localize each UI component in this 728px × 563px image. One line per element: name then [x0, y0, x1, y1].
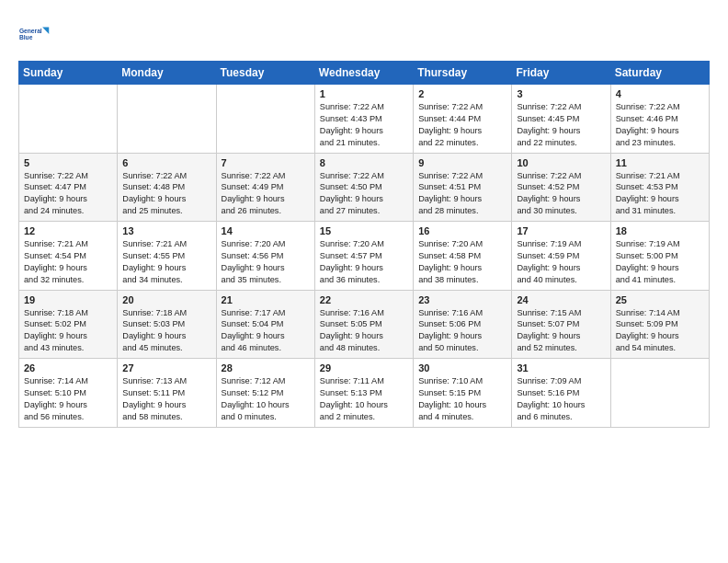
cell-text: Sunrise: 7:22 AM — [122, 170, 210, 182]
day-number: 12 — [24, 225, 112, 236]
calendar-cell: 1Sunrise: 7:22 AMSunset: 4:43 PMDaylight… — [314, 85, 413, 154]
cell-text: Sunrise: 7:22 AM — [517, 170, 605, 182]
cell-text: Daylight: 9 hours — [24, 262, 112, 274]
logo: GeneralBlue — [18, 17, 53, 52]
cell-text: Sunset: 4:43 PM — [320, 113, 408, 125]
cell-text: Sunrise: 7:20 AM — [418, 238, 506, 250]
cell-text: Daylight: 9 hours — [616, 125, 704, 137]
day-number: 19 — [24, 294, 112, 305]
cell-text: Sunset: 5:05 PM — [320, 318, 408, 330]
cell-text: Sunset: 4:44 PM — [418, 113, 506, 125]
cell-text: Sunset: 5:11 PM — [122, 387, 210, 399]
page: GeneralBlue SundayMondayTuesdayWednesday… — [0, 0, 728, 563]
cell-text: and 26 minutes. — [222, 205, 310, 217]
cell-text: and 27 minutes. — [320, 205, 408, 217]
cell-text: Sunset: 4:46 PM — [616, 113, 704, 125]
cell-text: Sunset: 5:15 PM — [418, 387, 506, 399]
cell-text: Daylight: 9 hours — [418, 330, 506, 342]
cell-text: Sunset: 5:04 PM — [222, 318, 310, 330]
cell-text: Sunrise: 7:09 AM — [517, 375, 605, 387]
svg-marker-2 — [42, 27, 49, 34]
svg-text:Blue: Blue — [19, 34, 33, 40]
cell-text: and 23 minutes. — [616, 137, 704, 149]
cell-text: Sunset: 4:58 PM — [418, 250, 506, 262]
cell-text: Daylight: 9 hours — [517, 330, 605, 342]
cell-text: and 30 minutes. — [517, 205, 605, 217]
cell-text: and 6 minutes. — [517, 411, 605, 423]
cell-text: Sunset: 5:02 PM — [24, 318, 112, 330]
calendar-cell: 10Sunrise: 7:22 AMSunset: 4:52 PMDayligh… — [512, 153, 610, 222]
cell-text: and 21 minutes. — [320, 137, 408, 149]
cell-text: Sunset: 5:16 PM — [517, 387, 605, 399]
cell-text: and 52 minutes. — [517, 342, 605, 354]
cell-text: Sunset: 5:06 PM — [418, 318, 506, 330]
cell-text: and 38 minutes. — [418, 274, 506, 286]
day-number: 4 — [616, 88, 704, 99]
day-number: 8 — [320, 157, 408, 168]
cell-text: and 31 minutes. — [616, 205, 704, 217]
calendar-cell: 16Sunrise: 7:20 AMSunset: 4:58 PMDayligh… — [414, 222, 512, 291]
cell-text: Daylight: 9 hours — [222, 193, 310, 205]
cell-text: Sunrise: 7:21 AM — [616, 170, 704, 182]
cell-text: Sunrise: 7:14 AM — [616, 307, 704, 319]
cell-text: Sunrise: 7:20 AM — [222, 238, 310, 250]
cell-text: Daylight: 9 hours — [320, 193, 408, 205]
calendar-cell: 21Sunrise: 7:17 AMSunset: 5:04 PMDayligh… — [216, 290, 314, 359]
cell-text: Sunrise: 7:16 AM — [320, 307, 408, 319]
day-number: 27 — [122, 362, 210, 373]
cell-text: Sunset: 5:10 PM — [24, 387, 112, 399]
cell-text: Sunrise: 7:22 AM — [222, 170, 310, 182]
cell-text: Daylight: 10 hours — [517, 399, 605, 411]
day-number: 14 — [222, 225, 310, 236]
day-number: 9 — [418, 157, 506, 168]
cell-text: Sunset: 4:57 PM — [320, 250, 408, 262]
calendar-cell: 23Sunrise: 7:16 AMSunset: 5:06 PMDayligh… — [414, 290, 512, 359]
cell-text: and 41 minutes. — [616, 274, 704, 286]
cell-text: and 25 minutes. — [122, 205, 210, 217]
calendar-cell: 6Sunrise: 7:22 AMSunset: 4:48 PMDaylight… — [118, 153, 216, 222]
calendar-cell: 4Sunrise: 7:22 AMSunset: 4:46 PMDaylight… — [610, 85, 709, 154]
day-number: 25 — [616, 294, 704, 305]
weekday-header-thursday: Thursday — [414, 62, 512, 85]
calendar-cell: 26Sunrise: 7:14 AMSunset: 5:10 PMDayligh… — [19, 359, 118, 428]
calendar-cell: 20Sunrise: 7:18 AMSunset: 5:03 PMDayligh… — [118, 290, 216, 359]
calendar-cell: 14Sunrise: 7:20 AMSunset: 4:56 PMDayligh… — [216, 222, 314, 291]
cell-text: Daylight: 9 hours — [24, 193, 112, 205]
cell-text: Sunset: 4:56 PM — [222, 250, 310, 262]
cell-text: and 2 minutes. — [320, 411, 408, 423]
calendar-cell: 5Sunrise: 7:22 AMSunset: 4:47 PMDaylight… — [19, 153, 118, 222]
cell-text: Daylight: 9 hours — [517, 125, 605, 137]
calendar-cell: 13Sunrise: 7:21 AMSunset: 4:55 PMDayligh… — [118, 222, 216, 291]
weekday-header-friday: Friday — [512, 62, 610, 85]
day-number: 16 — [418, 225, 506, 236]
cell-text: and 28 minutes. — [418, 205, 506, 217]
weekday-header-tuesday: Tuesday — [216, 62, 314, 85]
cell-text: Sunrise: 7:22 AM — [320, 101, 408, 113]
calendar-cell: 15Sunrise: 7:20 AMSunset: 4:57 PMDayligh… — [314, 222, 413, 291]
calendar-cell — [216, 85, 314, 154]
calendar-cell: 22Sunrise: 7:16 AMSunset: 5:05 PMDayligh… — [314, 290, 413, 359]
day-number: 7 — [222, 157, 310, 168]
calendar-cell: 12Sunrise: 7:21 AMSunset: 4:54 PMDayligh… — [19, 222, 118, 291]
calendar-cell: 27Sunrise: 7:13 AMSunset: 5:11 PMDayligh… — [118, 359, 216, 428]
calendar-cell — [118, 85, 216, 154]
cell-text: Daylight: 9 hours — [122, 399, 210, 411]
cell-text: Sunset: 5:12 PM — [222, 387, 310, 399]
cell-text: Sunrise: 7:11 AM — [320, 375, 408, 387]
week-row-3: 12Sunrise: 7:21 AMSunset: 4:54 PMDayligh… — [19, 222, 710, 291]
calendar-cell — [19, 85, 118, 154]
cell-text: Daylight: 9 hours — [616, 193, 704, 205]
cell-text: and 35 minutes. — [222, 274, 310, 286]
cell-text: Daylight: 9 hours — [517, 262, 605, 274]
day-number: 23 — [418, 294, 506, 305]
cell-text: Sunrise: 7:22 AM — [616, 101, 704, 113]
day-number: 10 — [517, 157, 605, 168]
cell-text: Sunrise: 7:19 AM — [616, 238, 704, 250]
cell-text: Sunrise: 7:22 AM — [320, 170, 408, 182]
cell-text: Daylight: 10 hours — [418, 399, 506, 411]
cell-text: Daylight: 9 hours — [418, 193, 506, 205]
weekday-header-row: SundayMondayTuesdayWednesdayThursdayFrid… — [19, 62, 710, 85]
calendar-cell: 9Sunrise: 7:22 AMSunset: 4:51 PMDaylight… — [414, 153, 512, 222]
svg-text:General: General — [19, 28, 42, 34]
calendar-cell: 3Sunrise: 7:22 AMSunset: 4:45 PMDaylight… — [512, 85, 610, 154]
